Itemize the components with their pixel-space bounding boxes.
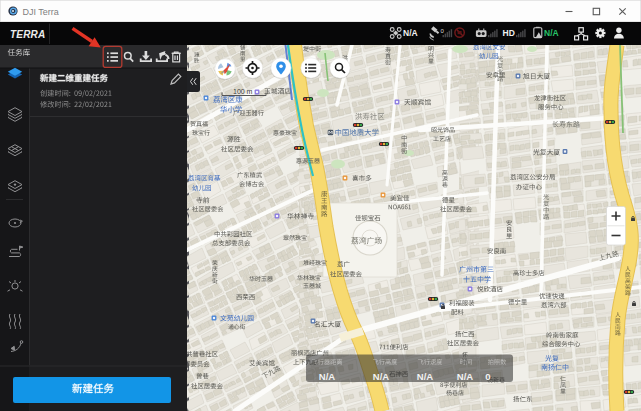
svg-text:100 m: 100 m xyxy=(233,88,253,95)
svg-text:N/A: N/A xyxy=(544,28,559,38)
svg-text:N/A: N/A xyxy=(403,28,418,38)
svg-text:N/A: N/A xyxy=(457,371,474,382)
svg-text:N/A: N/A xyxy=(319,371,336,382)
svg-text:TERRA: TERRA xyxy=(10,29,45,40)
svg-text:0: 0 xyxy=(485,371,490,382)
svg-text:HD: HD xyxy=(503,28,515,38)
svg-text:DJI Terra: DJI Terra xyxy=(23,7,59,17)
svg-text:N/A: N/A xyxy=(417,371,434,382)
svg-text:N/A: N/A xyxy=(373,371,390,382)
